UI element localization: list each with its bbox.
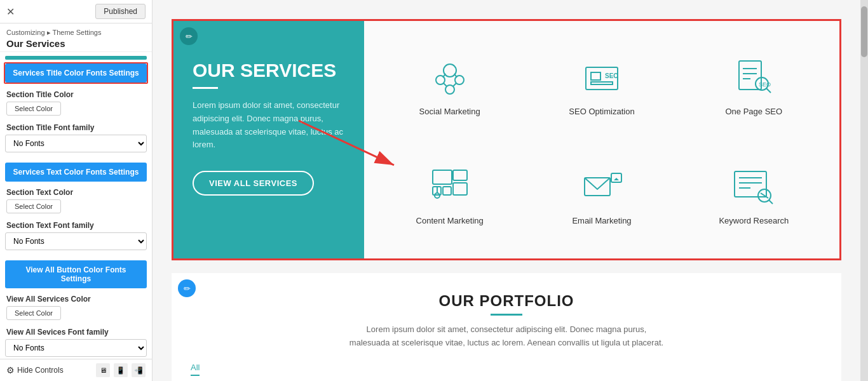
breadcrumb: Customizing ▸ Theme Settings <box>6 29 146 37</box>
content-marketing-icon <box>428 164 472 208</box>
svg-rect-24 <box>453 170 467 180</box>
service-item-content: Content Marketing <box>377 143 522 246</box>
footer-icons: 🖥 📱 📲 <box>96 363 146 377</box>
service-name-seo: SEO Optimization <box>569 107 634 116</box>
services-title-settings-button[interactable]: Services Title Color Fonts Settings <box>5 64 147 83</box>
service-name-social: Social Marketing <box>419 107 480 116</box>
service-item-onepage: SEO One Page SEO <box>681 34 827 137</box>
portfolio-tab-all[interactable]: All <box>191 360 200 376</box>
service-name-content: Content Marketing <box>416 216 484 225</box>
section-text-color-label: Section Text Color <box>0 184 152 198</box>
section-title-font-label: Section Title Font family <box>0 119 152 133</box>
svg-line-8 <box>444 83 447 86</box>
view-font-label: View All Sevices Font family <box>0 324 152 338</box>
svg-point-5 <box>445 85 454 94</box>
desktop-icon[interactable]: 🖥 <box>96 363 110 377</box>
top-bar: ✕ Published <box>0 0 152 23</box>
svg-rect-23 <box>443 187 451 195</box>
svg-text:SEO: SEO <box>759 81 771 88</box>
svg-line-19 <box>766 88 771 93</box>
published-button[interactable]: Published <box>95 4 146 19</box>
svg-text:SEO: SEO <box>605 72 618 79</box>
services-title-underline <box>193 87 218 89</box>
svg-rect-14 <box>739 61 761 90</box>
main-content: ✏ OUR SERVICES Lorem ipsum dolor sit ame… <box>153 0 860 381</box>
seo-optimization-icon: SEO <box>580 55 624 99</box>
portfolio-edit-pencil[interactable]: ✏ <box>178 279 196 297</box>
services-grid: Social Marketing SEO SEO Optimization <box>364 21 839 258</box>
view-font-select[interactable]: No Fonts <box>5 339 147 357</box>
services-text-settings-button[interactable]: Services Text Color Fonts Settings <box>5 163 147 182</box>
portfolio-description: Lorem ipsum dolor sit amet, consectetur … <box>348 323 665 350</box>
email-marketing-icon <box>580 164 624 208</box>
section-title-font-select[interactable]: No Fonts <box>5 135 147 152</box>
scrollbar-thumb[interactable] <box>861 6 867 57</box>
services-title: OUR SERVICES <box>193 59 345 82</box>
view-color-label: View All Services Color <box>0 291 152 305</box>
service-item-seo: SEO SEO Optimization <box>529 34 674 137</box>
services-section: ✏ OUR SERVICES Lorem ipsum dolor sit ame… <box>172 19 841 260</box>
panel-title: Our Services <box>6 38 146 49</box>
svg-marker-30 <box>614 178 619 180</box>
service-name-email: Email Marketing <box>572 216 631 225</box>
view-all-services-button[interactable]: VIEW ALL SERVICES <box>193 171 314 196</box>
mobile-icon[interactable]: 📲 <box>132 363 146 377</box>
social-marketing-icon <box>428 55 472 99</box>
portfolio-tabs: All <box>184 360 829 376</box>
portfolio-section: ✏ OUR PORTFOLIO Lorem ipsum dolor sit am… <box>172 273 841 381</box>
left-panel: ✕ Published Customizing ▸ Theme Settings… <box>0 0 153 381</box>
section-text-color-button[interactable]: Select Color <box>6 199 61 213</box>
svg-rect-25 <box>453 183 467 195</box>
view-color-button[interactable]: Select Color <box>6 306 61 320</box>
service-item-social: Social Marketing <box>377 34 522 137</box>
svg-rect-11 <box>591 72 600 80</box>
svg-point-2 <box>444 64 456 77</box>
services-description: Lorem ipsum dolor sit amet, consectetur … <box>193 99 345 152</box>
hide-controls[interactable]: ⚙ Hide Controls <box>6 365 64 375</box>
tablet-icon[interactable]: 📱 <box>114 363 128 377</box>
title-settings-highlight: Services Title Color Fonts Settings <box>4 62 148 84</box>
panel-scroll: Services Title Color Fonts Settings Sect… <box>0 52 152 381</box>
section-title-color-button[interactable]: Select Color <box>6 102 61 116</box>
svg-rect-21 <box>433 170 452 184</box>
section-text-font-label: Section Text Font family <box>0 217 152 231</box>
service-item-keyword: Keyword Research <box>681 143 827 246</box>
one-page-seo-icon: SEO <box>731 55 776 99</box>
view-button-settings-button[interactable]: View All Button Color Fonts Settings <box>5 260 147 288</box>
service-name-keyword: Keyword Research <box>719 216 789 225</box>
service-name-onepage: One Page SEO <box>726 107 783 116</box>
services-edit-pencil[interactable]: ✏ <box>180 27 198 45</box>
section-title-color-label: Section Title Color <box>0 86 152 100</box>
right-scrollbar[interactable] <box>860 0 868 381</box>
section-text-font-select[interactable]: No Fonts <box>5 232 147 250</box>
keyword-research-icon <box>731 164 776 208</box>
color-preview-strip <box>5 56 147 60</box>
portfolio-title: OUR PORTFOLIO <box>184 292 829 310</box>
svg-line-9 <box>453 83 456 86</box>
panel-footer: ⚙ Hide Controls 🖥 📱 📲 <box>0 359 152 381</box>
close-button[interactable]: ✕ <box>6 6 15 18</box>
svg-line-36 <box>769 200 773 204</box>
svg-rect-12 <box>591 82 613 84</box>
panel-header: Customizing ▸ Theme Settings Our Service… <box>0 23 152 52</box>
service-item-email: Email Marketing <box>529 143 674 246</box>
portfolio-underline <box>491 314 522 316</box>
services-left: ✏ OUR SERVICES Lorem ipsum dolor sit ame… <box>173 21 364 258</box>
